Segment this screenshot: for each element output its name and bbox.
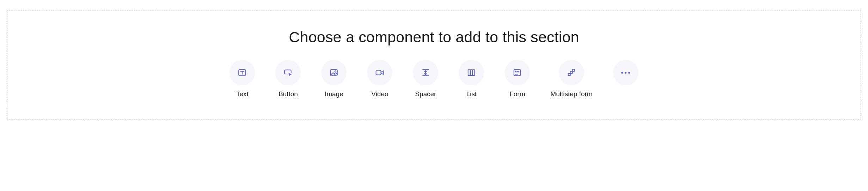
component-label: Form [509, 90, 525, 98]
more-icon [613, 60, 638, 85]
component-label: Button [279, 90, 298, 98]
component-multistep-form[interactable]: Multistep form [550, 60, 592, 98]
component-label: Spacer [415, 90, 436, 98]
component-label: Text [236, 90, 249, 98]
section-title: Choose a component to add to this sectio… [289, 29, 579, 46]
svg-rect-1 [330, 69, 337, 76]
component-video[interactable]: Video [367, 60, 392, 98]
text-icon [230, 60, 255, 85]
svg-point-11 [515, 71, 516, 72]
svg-rect-7 [468, 70, 470, 75]
add-component-section: Choose a component to add to this sectio… [7, 11, 861, 119]
button-icon [275, 60, 301, 85]
component-options-row: Text Button Image [230, 60, 638, 98]
component-spacer[interactable]: Spacer [413, 60, 438, 98]
component-list[interactable]: List [459, 60, 484, 98]
component-label: Multistep form [550, 90, 592, 98]
form-icon [505, 60, 530, 85]
svg-rect-3 [376, 70, 381, 75]
component-button[interactable]: Button [275, 60, 301, 98]
list-icon [459, 60, 484, 85]
component-label: Image [325, 90, 343, 98]
svg-point-2 [335, 71, 336, 72]
component-more[interactable] [613, 60, 638, 90]
svg-rect-8 [470, 70, 472, 75]
svg-rect-10 [514, 69, 521, 76]
component-text[interactable]: Text [230, 60, 255, 98]
component-form[interactable]: Form [505, 60, 530, 98]
component-image[interactable]: Image [321, 60, 347, 98]
multistep-form-icon [559, 60, 584, 85]
component-label: List [466, 90, 477, 98]
svg-rect-9 [473, 70, 475, 75]
spacer-icon [413, 60, 438, 85]
component-label: Video [371, 90, 388, 98]
video-icon [367, 60, 392, 85]
image-icon [321, 60, 347, 85]
